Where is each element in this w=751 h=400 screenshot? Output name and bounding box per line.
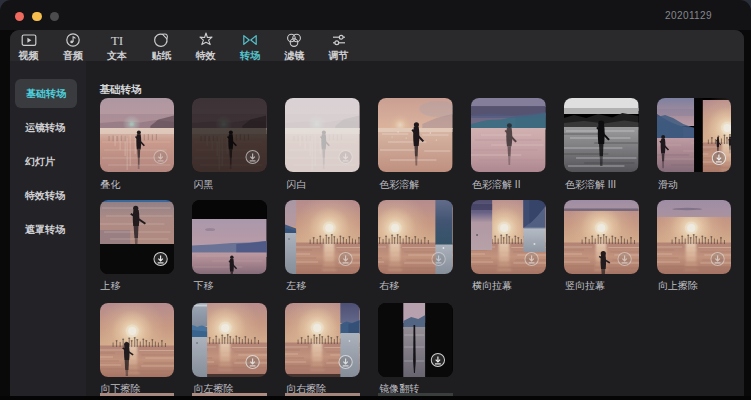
svg-text:TI: TI bbox=[111, 33, 124, 48]
